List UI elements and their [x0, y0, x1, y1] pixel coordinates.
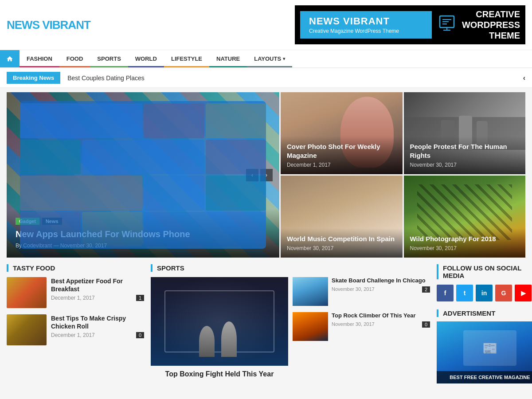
- nav-item-layouts[interactable]: LAYOUTS: [247, 50, 292, 67]
- tasty-food-title: TASTY FOOD: [7, 264, 144, 272]
- sports-climber-thumb[interactable]: [293, 312, 328, 341]
- featured-card-violin[interactable]: World Music Competition In Spain Novembe…: [281, 176, 403, 258]
- sports-skate-date: November 30, 2017 2: [332, 286, 430, 292]
- sports-climber-date: November 30, 2017 0: [332, 321, 430, 327]
- main-content: ‹ › Gadget News New Apps Launched For Wi…: [0, 88, 532, 395]
- card-protest-overlay: People Protest For The Human Rights Nove…: [404, 136, 526, 174]
- food-date-1: December 1, 2017 0: [51, 332, 144, 338]
- featured-card-protest[interactable]: People Protest For The Human Rights Nove…: [404, 92, 526, 174]
- googleplus-button[interactable]: G: [495, 285, 512, 301]
- ad-right-line1: CREATIVE: [462, 9, 520, 20]
- nav-home-button[interactable]: [0, 50, 20, 67]
- header-advertisement: NEWS VIBRANT Creative Magazine WordPress…: [295, 5, 525, 44]
- featured-main-card[interactable]: ‹ › Gadget News New Apps Launched For Wi…: [7, 92, 279, 258]
- slider-prev-btn[interactable]: ‹: [246, 169, 258, 181]
- nav-world-label: WORLD: [135, 55, 157, 62]
- sports-skate-title[interactable]: Skate Board Challenge In Chicago: [332, 277, 430, 285]
- sports-skate-thumb[interactable]: [293, 277, 328, 306]
- nav-item-sports[interactable]: SPORTS: [90, 50, 128, 67]
- card-violin-overlay: World Music Competition In Spain Novembe…: [281, 228, 403, 258]
- featured-card-makeup[interactable]: Cover Photo Shot For Weekly Magazine Dec…: [281, 92, 403, 174]
- advertisement-text: BEST FREE CREATIVE MAGAZINE: [437, 371, 532, 383]
- card-tiger-date: November 30, 2017: [410, 245, 520, 251]
- food-item-0: Best Appetizer Food For Breakfast Decemb…: [7, 277, 144, 308]
- breaking-news-text: Best Couples Dating Places: [67, 74, 516, 82]
- food-date-0: December 1, 2017 1: [51, 295, 144, 301]
- featured-tags: Gadget News: [16, 218, 270, 225]
- featured-date: November 30, 2017: [60, 243, 107, 249]
- header-ad-blue: NEWS VIBRANT Creative Magazine WordPress…: [300, 11, 432, 39]
- food-info-0: Best Appetizer Food For Breakfast Decemb…: [51, 277, 144, 301]
- sports-side-column: Skate Board Challenge In Chicago Novembe…: [293, 277, 430, 378]
- header: NEWS VIBRANT NEWS VIBRANT Creative Magaz…: [0, 0, 532, 50]
- nav-sports-label: SPORTS: [97, 55, 121, 62]
- food-title-1[interactable]: Best Tips To Make Crispy Chicken Roll: [51, 314, 144, 330]
- advertisement-label: ADVERTISMENT: [437, 309, 532, 317]
- ad-right-line2: WORDPRESS: [462, 20, 520, 30]
- card-tiger-title: Wild Photography For 2018: [410, 235, 520, 243]
- breaking-news-prev[interactable]: ‹: [523, 74, 525, 82]
- sports-section: SPORTS Top Boxing Fight Held This Year: [151, 264, 430, 383]
- sports-skate-item: Skate Board Challenge In Chicago Novembe…: [293, 277, 430, 306]
- card-violin-date: November 30, 2017: [287, 245, 396, 251]
- youtube-button[interactable]: ▶: [515, 285, 532, 301]
- featured-main-meta: By Codevibrant — November 30, 2017: [16, 243, 270, 249]
- featured-main-overlay: Gadget News New Apps Launched For Window…: [7, 209, 279, 258]
- food-count-1: 0: [136, 332, 144, 338]
- logo-news: NEWS: [7, 18, 39, 31]
- sports-boxing-title[interactable]: Top Boxing Fight Held This Year: [151, 370, 288, 378]
- featured-main-title[interactable]: New Apps Launched For Windows Phone: [16, 228, 270, 240]
- food-item-1: Best Tips To Make Crispy Chicken Roll De…: [7, 314, 144, 345]
- tag-gadget[interactable]: Gadget: [16, 218, 39, 225]
- card-makeup-overlay: Cover Photo Shot For Weekly Magazine Dec…: [281, 136, 403, 174]
- breaking-news-bar: Breaking News Best Couples Dating Places…: [0, 68, 532, 88]
- food-count-0: 1: [136, 295, 144, 301]
- sports-climber-item: Top Rock Climber Of This Year November 3…: [293, 312, 430, 341]
- logo-vibrant: VIBRANT: [42, 18, 90, 31]
- food-thumb-appetizer[interactable]: [7, 277, 47, 308]
- nav-item-fashion[interactable]: FASHION: [20, 50, 59, 67]
- sports-title: SPORTS: [151, 264, 430, 272]
- slider-next-btn[interactable]: ›: [260, 169, 273, 181]
- slider-buttons: ‹ ›: [246, 169, 273, 181]
- food-thumb-chicken[interactable]: [7, 314, 47, 345]
- social-icons-group: f t in G ▶: [437, 285, 532, 301]
- sports-climber-title[interactable]: Top Rock Climber Of This Year: [332, 312, 430, 320]
- ad-right-line3: THEME: [462, 30, 520, 41]
- linkedin-button[interactable]: in: [476, 285, 493, 301]
- facebook-button[interactable]: f: [437, 285, 454, 301]
- nav-item-food[interactable]: FOOD: [59, 50, 90, 67]
- advertisement-box[interactable]: 📰 BEST FREE CREATIVE MAGAZINE: [437, 321, 532, 383]
- breaking-news-label: Breaking News: [7, 72, 60, 84]
- nav-item-lifestyle[interactable]: LIFESTYLE: [164, 50, 209, 67]
- sports-skate-info: Skate Board Challenge In Chicago Novembe…: [332, 277, 430, 306]
- nav-nature-label: NATURE: [216, 55, 240, 62]
- tasty-food-section: TASTY FOOD Best Appetizer Food For Break…: [7, 264, 144, 383]
- nav-item-nature[interactable]: NATURE: [209, 50, 247, 67]
- tag-news[interactable]: News: [42, 218, 62, 225]
- ad-right-text: CREATIVE WORDPRESS THEME: [462, 9, 520, 41]
- card-makeup-title: Cover Photo Shot For Weekly Magazine: [287, 142, 396, 160]
- social-section: FOLLOW US ON SOCIAL MEDIA f t in G ▶ ADV…: [437, 264, 532, 383]
- featured-card-tiger[interactable]: Wild Photography For 2018 November 30, 2…: [404, 176, 526, 258]
- twitter-button[interactable]: t: [456, 285, 473, 301]
- nav-food-label: FOOD: [66, 55, 83, 62]
- ad-icon: [438, 14, 456, 36]
- card-tiger-overlay: Wild Photography For 2018 November 30, 2…: [404, 228, 526, 258]
- nav-lifestyle-label: LIFESTYLE: [171, 55, 202, 62]
- social-follow-label: FOLLOW US ON SOCIAL MEDIA: [437, 264, 532, 279]
- sports-main-area: Top Boxing Fight Held This Year: [151, 277, 288, 378]
- featured-separator: —: [53, 243, 60, 249]
- ad-title: NEWS VIBRANT: [309, 16, 423, 27]
- featured-grid: ‹ › Gadget News New Apps Launched For Wi…: [7, 92, 525, 258]
- food-title-0[interactable]: Best Appetizer Food For Breakfast: [51, 277, 144, 293]
- site-logo[interactable]: NEWS VIBRANT: [7, 18, 90, 32]
- card-makeup-date: December 1, 2017: [287, 162, 396, 168]
- sports-content: Top Boxing Fight Held This Year Skate Bo…: [151, 277, 430, 378]
- nav-item-world[interactable]: WORLD: [128, 50, 164, 67]
- main-navigation: FASHION FOOD SPORTS WORLD LIFESTYLE NATU…: [0, 50, 532, 68]
- nav-fashion-label: FASHION: [27, 55, 52, 62]
- sports-skate-count: 2: [422, 286, 430, 293]
- sports-boxing-image[interactable]: [151, 277, 288, 366]
- ad-subtitle: Creative Magazine WordPress Theme: [309, 28, 423, 34]
